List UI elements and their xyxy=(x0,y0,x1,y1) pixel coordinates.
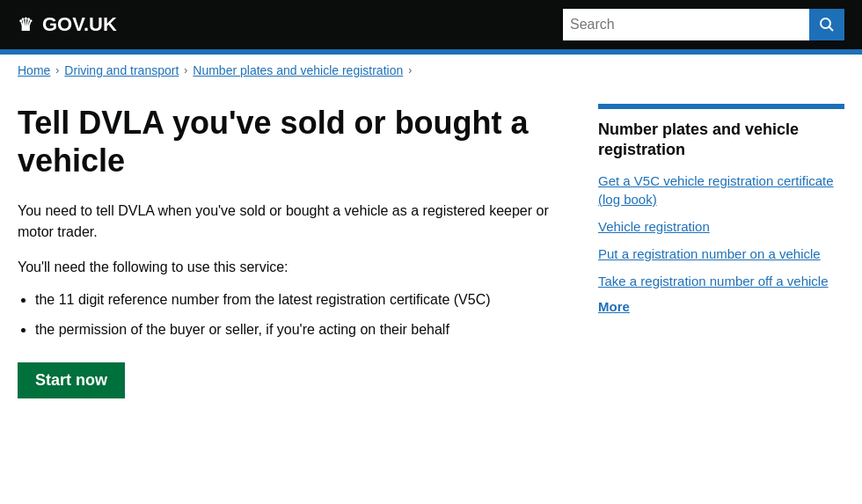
intro-text: You need to tell DVLA when you've sold o… xyxy=(18,201,563,243)
search-button[interactable] xyxy=(809,9,844,40)
search-icon xyxy=(819,17,835,33)
requirements-list: the 11 digit reference number from the l… xyxy=(35,289,563,340)
logo-text: GOV.UK xyxy=(42,13,117,36)
search-form xyxy=(563,9,844,40)
svg-line-1 xyxy=(829,27,834,32)
sidebar-links: Get a V5C vehicle registration certifica… xyxy=(598,172,844,290)
breadcrumb-level2[interactable]: Number plates and vehicle registration xyxy=(193,63,403,77)
header: ♛ GOV.UK xyxy=(0,0,862,49)
vehicle-registration-link[interactable]: Vehicle registration xyxy=(598,217,844,236)
crown-icon: ♛ xyxy=(18,14,33,35)
page-title: Tell DVLA you've sold or bought a vehicl… xyxy=(18,104,563,179)
put-reg-link[interactable]: Put a registration number on a vehicle xyxy=(598,245,844,263)
breadcrumb-sep-3: › xyxy=(408,64,412,77)
search-input[interactable] xyxy=(563,9,809,40)
gov-uk-logo[interactable]: ♛ GOV.UK xyxy=(18,13,117,36)
breadcrumb-sep-1: › xyxy=(55,64,59,77)
sidebar-more-link[interactable]: More xyxy=(598,299,844,314)
sidebar: Number plates and vehicle registration G… xyxy=(598,104,844,398)
requirement-item: the permission of the buyer or seller, i… xyxy=(35,318,563,341)
take-reg-link[interactable]: Take a registration number off a vehicle xyxy=(598,272,844,290)
breadcrumb-level1[interactable]: Driving and transport xyxy=(64,63,179,77)
breadcrumb-home[interactable]: Home xyxy=(18,63,50,77)
sidebar-accent-bar xyxy=(598,104,844,109)
breadcrumb-sep-2: › xyxy=(184,64,187,77)
main-content: Tell DVLA you've sold or bought a vehicl… xyxy=(0,86,862,416)
v5c-link[interactable]: Get a V5C vehicle registration certifica… xyxy=(598,172,844,208)
start-now-button[interactable]: Start now xyxy=(18,362,125,398)
requirement-item: the 11 digit reference number from the l… xyxy=(35,289,563,311)
svg-point-0 xyxy=(821,18,830,28)
service-text: You'll need the following to use this se… xyxy=(18,257,563,278)
content-area: Tell DVLA you've sold or bought a vehicl… xyxy=(18,104,563,398)
breadcrumb: Home › Driving and transport › Number pl… xyxy=(0,55,862,86)
sidebar-title: Number plates and vehicle registration xyxy=(598,120,844,161)
